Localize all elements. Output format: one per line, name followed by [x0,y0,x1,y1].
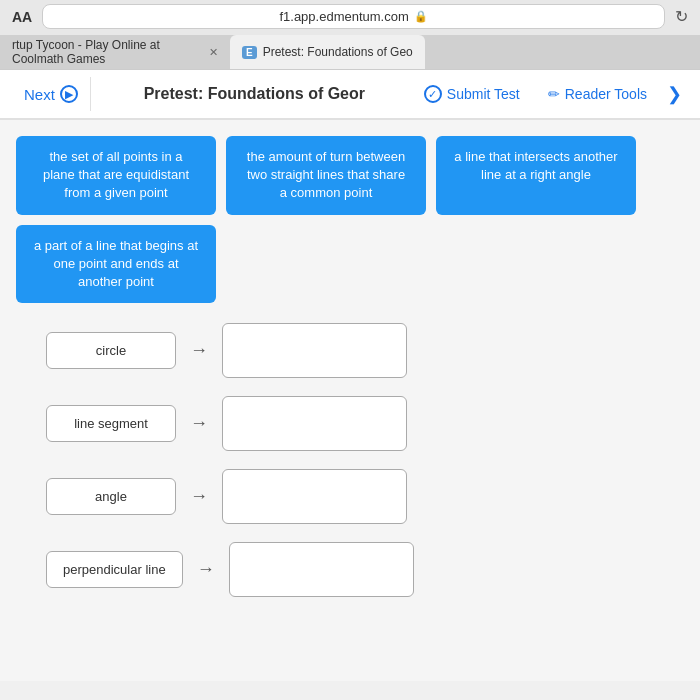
reload-button[interactable]: ↻ [675,7,688,26]
app-nav: Next ▶ Pretest: Foundations of Geor ✓ Su… [0,70,700,120]
font-size-button[interactable]: AA [12,9,32,25]
page-title: Pretest: Foundations of Geor [99,85,410,103]
match-term-circle: circle [46,332,176,369]
match-arrow-angle: → [190,486,208,507]
submit-check-icon: ✓ [424,85,442,103]
match-term-angle: angle [46,478,176,515]
match-answer-line-segment[interactable] [222,396,407,451]
reader-tools-button[interactable]: ✏ Reader Tools [534,78,661,110]
match-row-perpendicular: perpendicular line → [46,542,684,597]
match-answer-perpendicular[interactable] [229,542,414,597]
match-row-circle: circle → [46,323,684,378]
match-term-line-segment: line segment [46,405,176,442]
answer-tile-1[interactable]: the set of all points in a plane that ar… [16,136,216,215]
address-text: f1.app.edmentum.com [279,9,408,24]
tabs-bar: rtup Tycoon - Play Online at Coolmath Ga… [0,35,700,69]
tab-coolmath-close[interactable]: ✕ [209,46,218,59]
match-answer-circle[interactable] [222,323,407,378]
match-arrow-perpendicular: → [197,559,215,580]
tab-pretest-label: Pretest: Foundations of Geo [263,45,413,59]
answer-tile-2[interactable]: the amount of turn between two straight … [226,136,426,215]
reader-label: Reader Tools [565,86,647,102]
browser-chrome: AA f1.app.edmentum.com 🔒 ↻ rtup Tycoon -… [0,0,700,70]
address-bar[interactable]: f1.app.edmentum.com 🔒 [42,4,665,29]
submit-label: Submit Test [447,86,520,102]
main-content: the set of all points in a plane that ar… [0,120,700,681]
tab-coolmath-label: rtup Tycoon - Play Online at Coolmath Ga… [12,38,203,66]
tab-coolmath[interactable]: rtup Tycoon - Play Online at Coolmath Ga… [0,35,230,69]
next-label: Next [24,86,55,103]
answer-tile-4[interactable]: a part of a line that begins at one poin… [16,225,216,304]
submit-test-button[interactable]: ✓ Submit Test [410,77,534,111]
match-answer-angle[interactable] [222,469,407,524]
address-bar-row: AA f1.app.edmentum.com 🔒 ↻ [0,0,700,35]
next-arrow-icon: ▶ [60,85,78,103]
matching-section: circle → line segment → angle → perpendi… [16,323,684,597]
match-arrow-circle: → [190,340,208,361]
answer-tiles-container: the set of all points in a plane that ar… [16,136,684,303]
next-button[interactable]: Next ▶ [12,77,91,111]
match-term-perpendicular: perpendicular line [46,551,183,588]
match-arrow-line-segment: → [190,413,208,434]
lock-icon: 🔒 [414,10,428,23]
match-row-angle: angle → [46,469,684,524]
match-row-line-segment: line segment → [46,396,684,451]
tab-e-badge: E [242,46,257,59]
more-button[interactable]: ❯ [661,75,688,113]
reader-icon: ✏ [548,86,560,102]
tab-pretest[interactable]: E Pretest: Foundations of Geo [230,35,425,69]
answer-tile-3[interactable]: a line that intersects another line at a… [436,136,636,215]
